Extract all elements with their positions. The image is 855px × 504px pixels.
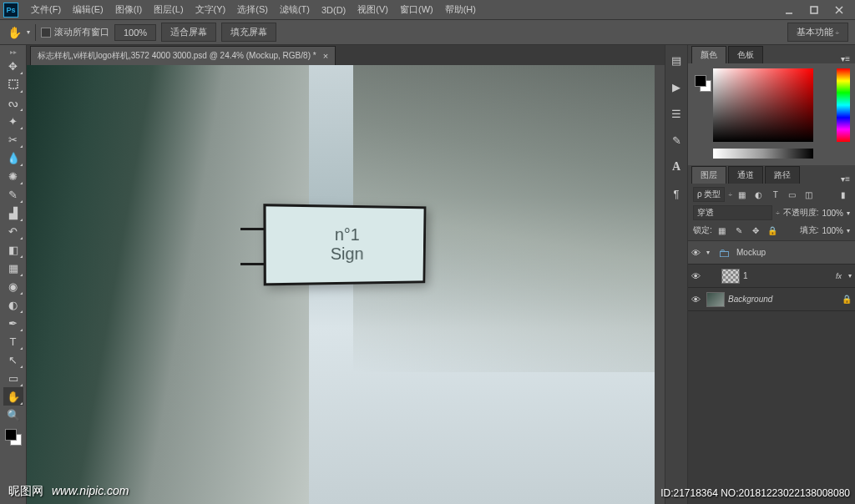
canvas-viewport[interactable]: n°1 Sign — [27, 65, 665, 504]
menu-3d[interactable]: 3D(D) — [316, 3, 352, 18]
type-tool[interactable]: T — [3, 332, 23, 350]
dodge-tool[interactable]: ◐ — [3, 295, 23, 314]
layer-group[interactable]: 👁 ▾ 🗀 Mockup — [688, 241, 855, 265]
menu-type[interactable]: 文字(Y) — [190, 1, 232, 18]
tab-close-icon[interactable]: × — [323, 51, 328, 61]
menu-window[interactable]: 窗口(W) — [394, 1, 439, 18]
swatches-tab[interactable]: 色板 — [728, 46, 763, 63]
actions-panel-icon[interactable]: ▶ — [668, 78, 685, 95]
layer-visibility-icon[interactable]: 👁 — [691, 295, 703, 305]
filter-adjust-icon[interactable]: ◐ — [752, 188, 766, 201]
paths-tab[interactable]: 路径 — [765, 166, 800, 184]
opacity-value[interactable]: 100% — [822, 209, 843, 218]
blend-mode-select[interactable]: 穿透 — [693, 205, 772, 220]
foreground-background-swatch[interactable] — [3, 427, 23, 447]
right-panels: 颜色 色板 ▾≡ 图层 通道 路径 ▾≡ ρ 类型 ÷ ▦ — [688, 45, 855, 504]
menu-select[interactable]: 选择(S) — [231, 1, 274, 18]
filter-pixel-icon[interactable]: ▦ — [736, 188, 749, 201]
magic-wand-tool[interactable]: ✦ — [3, 112, 23, 130]
zoom-tool[interactable]: 🔍 — [3, 406, 23, 424]
paragraph-panel-icon[interactable]: ¶ — [668, 185, 685, 202]
collapsed-panels-strip: ▤ ▶ ☰ ✎ A ¶ — [665, 45, 688, 504]
main-area: ▸▸ ✥ ᔓ ✦ ✂ 💧 ✺ ✎ ▟ ↶ ◧ ▦ ◉ ◐ ✒ T ↖ ▭ ✋ 🔍… — [0, 45, 855, 504]
color-field[interactable] — [713, 68, 813, 142]
pen-tool[interactable]: ✒ — [3, 314, 23, 332]
lock-all-icon[interactable]: 🔒 — [766, 224, 779, 237]
fill-screen-button[interactable]: 填充屏幕 — [221, 23, 276, 42]
eyedropper-tool[interactable]: 💧 — [3, 149, 23, 167]
layer-fx-badge[interactable]: fx — [836, 272, 842, 280]
filter-smart-icon[interactable]: ◫ — [802, 188, 816, 201]
history-brush-tool[interactable]: ↶ — [3, 222, 23, 240]
sign-mockup: n°1 Sign — [263, 204, 426, 285]
layer-name[interactable]: 1 — [743, 271, 832, 280]
layer-item[interactable]: 👁 1 fx ▾ — [688, 265, 855, 288]
lock-position-icon[interactable]: ✥ — [749, 224, 762, 237]
lock-pixels-icon[interactable]: ✎ — [732, 224, 746, 237]
fit-screen-button[interactable]: 适合屏幕 — [161, 23, 216, 42]
hue-slider[interactable] — [837, 68, 850, 142]
fill-value[interactable]: 100% — [822, 226, 843, 235]
layer-name[interactable]: Mockup — [736, 248, 852, 257]
document-tab[interactable]: 标志样机,vi样机logo样机,3572 4000 3000.psd @ 24.… — [30, 46, 336, 65]
close-icon — [833, 4, 845, 16]
properties-panel-icon[interactable]: ☰ — [668, 105, 685, 122]
zoom-level-button[interactable]: 100% — [114, 24, 156, 41]
maximize-button[interactable] — [802, 3, 827, 18]
brush-tool[interactable]: ✎ — [3, 185, 23, 204]
filter-toggle-icon[interactable]: ▮ — [837, 188, 850, 201]
foreground-color-swatch[interactable] — [5, 429, 17, 441]
layers-tab[interactable]: 图层 — [691, 166, 726, 184]
rectangle-tool[interactable]: ▭ — [3, 369, 23, 387]
clone-stamp-tool[interactable]: ▟ — [3, 204, 23, 222]
menu-filter[interactable]: 滤镜(T) — [274, 1, 316, 18]
vertical-scrollbar[interactable] — [655, 65, 665, 504]
marquee-icon — [8, 78, 19, 90]
layer-filter-kind[interactable]: ρ 类型 — [693, 187, 725, 202]
menu-view[interactable]: 视图(V) — [352, 1, 394, 18]
character-panel-icon[interactable]: A — [668, 159, 685, 175]
blur-tool[interactable]: ◉ — [3, 277, 23, 295]
eraser-tool[interactable]: ◧ — [3, 240, 23, 259]
options-bar: ✋ ▾ 滚动所有窗口 100% 适合屏幕 填充屏幕 基本功能 ÷ — [0, 20, 855, 45]
layer-name[interactable]: Background — [728, 295, 838, 304]
color-tab[interactable]: 颜色 — [691, 46, 726, 63]
filter-shape-icon[interactable]: ▭ — [786, 188, 799, 201]
minimize-icon — [783, 4, 795, 16]
path-selection-tool[interactable]: ↖ — [3, 350, 23, 369]
layer-collapse-icon[interactable]: ▾ — [706, 249, 710, 256]
lock-transparent-icon[interactable]: ▦ — [716, 224, 729, 237]
filter-type-icon[interactable]: T — [769, 188, 782, 201]
chevron-down-icon[interactable]: ▾ — [27, 28, 30, 36]
chevron-down-icon[interactable]: ▾ — [848, 272, 852, 280]
menu-help[interactable]: 帮助(H) — [439, 1, 482, 18]
menu-edit[interactable]: 编辑(E) — [67, 1, 109, 18]
gradient-tool[interactable]: ▦ — [3, 259, 23, 277]
lasso-tool[interactable]: ᔓ — [3, 93, 23, 112]
toolbox-flyout-icon[interactable]: ▸▸ — [5, 48, 22, 55]
workspace-switcher[interactable]: 基本功能 ÷ — [787, 23, 848, 42]
close-button[interactable] — [827, 3, 852, 18]
move-tool[interactable]: ✥ — [3, 57, 23, 75]
grayscale-ramp[interactable] — [713, 149, 813, 159]
panel-menu-icon[interactable]: ▾≡ — [836, 174, 855, 184]
color-panel-swatch[interactable] — [693, 73, 713, 93]
marquee-tool[interactable] — [3, 75, 23, 93]
tool-preset-hand-icon[interactable]: ✋ — [7, 25, 22, 40]
brushes-panel-icon[interactable]: ✎ — [668, 132, 685, 149]
layer-visibility-icon[interactable]: 👁 — [691, 271, 703, 281]
channels-tab[interactable]: 通道 — [728, 166, 763, 184]
scroll-all-windows-option[interactable]: 滚动所有窗口 — [41, 26, 109, 38]
menu-file[interactable]: 文件(F) — [25, 1, 67, 18]
minimize-button[interactable] — [777, 3, 802, 18]
panel-menu-icon[interactable]: ▾≡ — [836, 54, 855, 63]
healing-brush-tool[interactable]: ✺ — [3, 167, 23, 185]
history-panel-icon[interactable]: ▤ — [668, 52, 685, 68]
hand-tool[interactable]: ✋ — [3, 387, 23, 406]
layer-visibility-icon[interactable]: 👁 — [691, 248, 703, 258]
menu-layer[interactable]: 图层(L) — [148, 1, 189, 18]
menu-image[interactable]: 图像(I) — [109, 1, 148, 18]
color-panel — [688, 63, 855, 165]
layer-item-background[interactable]: 👁 Background 🔒 — [688, 288, 855, 311]
crop-tool[interactable]: ✂ — [3, 130, 23, 149]
